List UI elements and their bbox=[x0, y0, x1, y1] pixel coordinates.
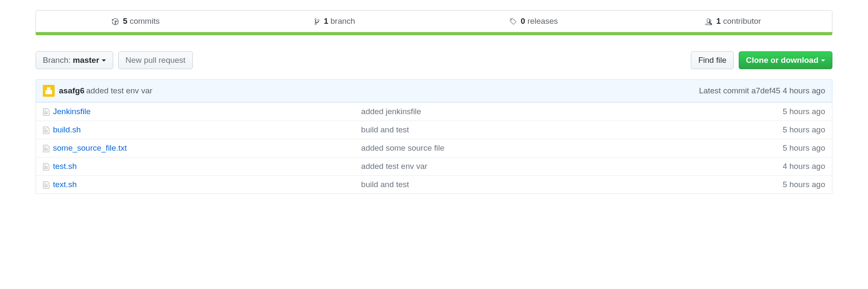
file-age: 4 hours ago bbox=[713, 157, 832, 176]
avatar[interactable] bbox=[43, 85, 55, 97]
file-commit-message[interactable]: build and test bbox=[354, 121, 713, 139]
table-row: some_source_file.txtadded some source fi… bbox=[36, 139, 832, 157]
commit-age: 4 hours ago bbox=[780, 86, 825, 95]
file-commit-message[interactable]: added test env var bbox=[354, 157, 713, 176]
caret-down-icon bbox=[102, 59, 106, 62]
file-link[interactable]: build.sh bbox=[53, 125, 81, 134]
releases-count: 0 bbox=[521, 17, 526, 25]
commits-stat[interactable]: 5 commits bbox=[36, 11, 235, 32]
file-link[interactable]: text.sh bbox=[53, 180, 77, 189]
file-icon bbox=[43, 163, 50, 171]
file-icon bbox=[43, 181, 50, 189]
clone-download-button[interactable]: Clone or download bbox=[739, 51, 832, 69]
file-list: Jenkinsfileadded jenkinsfile5 hours agob… bbox=[36, 102, 832, 194]
releases-stat[interactable]: 0 releases bbox=[434, 11, 633, 32]
branches-stat[interactable]: 1 branch bbox=[235, 11, 434, 32]
contributors-stat[interactable]: 1 contributor bbox=[633, 11, 832, 32]
file-link[interactable]: Jenkinsfile bbox=[53, 107, 91, 116]
file-age: 5 hours ago bbox=[713, 121, 832, 139]
latest-commit-bar: asafg6 added test env var Latest commit … bbox=[36, 79, 832, 102]
file-commit-message[interactable]: added jenkinsfile bbox=[354, 103, 713, 121]
history-icon bbox=[111, 18, 119, 25]
commit-author[interactable]: asafg6 bbox=[59, 86, 84, 95]
table-row: build.shbuild and test5 hours ago bbox=[36, 121, 832, 139]
new-pull-request-button[interactable]: New pull request bbox=[118, 51, 193, 69]
file-toolbar: Branch: master New pull request Find fil… bbox=[36, 51, 832, 69]
caret-down-icon bbox=[821, 59, 825, 62]
repo-stats-bar: 5 commits 1 branch 0 releases 1 contribu… bbox=[36, 10, 832, 32]
table-row: text.shbuild and test5 hours ago bbox=[36, 176, 832, 194]
file-age: 5 hours ago bbox=[713, 176, 832, 194]
commits-label: commits bbox=[130, 17, 160, 25]
commit-meta: Latest commit a7def45 4 hours ago bbox=[699, 86, 825, 95]
clone-label: Clone or download bbox=[746, 56, 818, 65]
file-link[interactable]: test.sh bbox=[53, 162, 77, 171]
commit-meta-prefix: Latest commit bbox=[699, 86, 751, 95]
commit-message[interactable]: added test env var bbox=[86, 86, 152, 95]
branch-select-button[interactable]: Branch: master bbox=[36, 51, 113, 69]
find-file-button[interactable]: Find file bbox=[691, 51, 734, 69]
file-icon bbox=[43, 144, 50, 153]
branch-prefix: Branch: bbox=[43, 56, 73, 65]
contributors-count: 1 bbox=[716, 17, 721, 25]
people-icon bbox=[704, 18, 712, 25]
releases-label: releases bbox=[527, 17, 558, 25]
branch-icon bbox=[314, 18, 320, 25]
language-bar bbox=[36, 32, 832, 35]
file-icon bbox=[43, 108, 50, 116]
branch-name: master bbox=[73, 56, 99, 65]
tag-icon bbox=[509, 18, 517, 25]
table-row: Jenkinsfileadded jenkinsfile5 hours ago bbox=[36, 103, 832, 121]
file-commit-message[interactable]: added some source file bbox=[354, 139, 713, 157]
commit-sha[interactable]: a7def45 bbox=[751, 86, 781, 95]
file-link[interactable]: some_source_file.txt bbox=[53, 143, 127, 152]
file-icon bbox=[43, 126, 50, 135]
file-commit-message[interactable]: build and test bbox=[354, 176, 713, 194]
table-row: test.shadded test env var4 hours ago bbox=[36, 157, 832, 176]
branches-label: branch bbox=[331, 17, 355, 25]
contributors-label: contributor bbox=[723, 17, 761, 25]
branches-count: 1 bbox=[324, 17, 328, 25]
commits-count: 5 bbox=[123, 17, 128, 25]
file-age: 5 hours ago bbox=[713, 103, 832, 121]
file-age: 5 hours ago bbox=[713, 139, 832, 157]
